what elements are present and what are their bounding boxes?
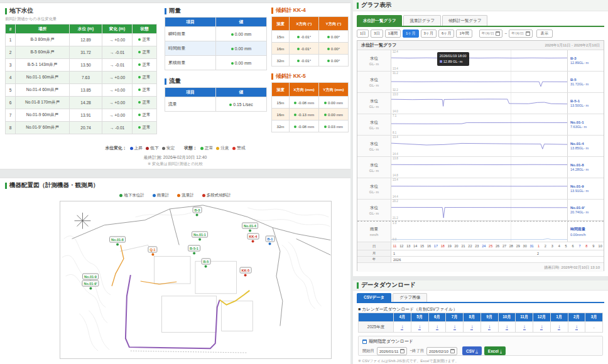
stable-dot-icon [162,147,165,150]
sparkline-plot[interactable]: 7.18.1 [391,114,567,135]
row-number: 3 [6,59,16,72]
status-dot-icon [177,194,180,197]
download-end-date-input[interactable]: 2026/02/10 [426,347,457,355]
map-marker-No.01-9'[interactable]: No.01-9' [82,281,99,290]
chart-tooltip: 2026/01/19 18:0012.89 GL- m [437,52,469,66]
show-button[interactable]: 表示 [536,29,553,38]
sparkline-plot[interactable]: 31.232.2 [391,72,567,92]
rain-title: 雨量 [169,7,181,15]
series-cell: 時間雨量0.00mm/h [567,222,604,242]
groundwater-row[interactable]: 8No.01-9' 60m井戸20.74→ -0.01正常 [6,122,157,134]
month-tick: 2 [535,252,604,255]
sparkline-plot[interactable]: 13.414.4 [391,136,567,156]
period-button-3[interactable]: 1週間 [385,29,401,38]
groundwater-row[interactable]: 6No.01-8 170m井戸14.28→ +0.00正常 [6,97,157,109]
status-dot-icon [294,114,296,116]
sparkline [391,50,567,71]
sparkline [391,200,567,220]
download-start-date-input[interactable]: 2026/01/11 [377,347,408,355]
csv-download-button[interactable]: CSV↓ [462,346,482,355]
graph-tab-2[interactable]: 流量計グラフ [403,15,440,26]
sparkline-plot[interactable]: 1.00.0 [391,222,567,242]
month-download-cell: ↓ [498,322,516,333]
graph-tab-3[interactable]: 傾斜計一覧グラフ [442,15,487,26]
graph-tab-1[interactable]: 水位計一覧グラフ [357,15,402,26]
groundwater-row[interactable]: 3B-5-1 143m井戸13.50→ -0.01正常 [6,59,157,72]
equipment-map-panel: 機器配置図（計測機器・観測局） 地下水位計雨量計流量計多段式傾斜計 [0,178,350,364]
period-button-1[interactable]: 1日 [357,29,369,38]
groundwater-row[interactable]: 4No.01-1 60m井戸7.63→ +0.00正常 [6,72,157,84]
groundwater-row[interactable]: 5No.01-4 60m井戸13.85→ +0.00正常 [6,84,157,97]
download-icon[interactable]: ↓ [470,324,473,330]
status-dot-icon [138,51,141,53]
groundwater-row[interactable]: 1B-3 80m井戸12.89→ +0.00正常 [6,34,157,46]
period-button-4[interactable]: 1ヶ月 [403,29,418,38]
map-marker-Q-1[interactable]: Q-1 [148,247,157,256]
download-icon[interactable]: ↓ [506,324,508,330]
summary-panel: 地下水位 前回計測値からの水位変化量 #場所水位 (m)変化 (m)状態 1B-… [0,3,350,169]
groundwater-row[interactable]: 2B-5 60m井戸31.72→ -0.01正常 [6,46,157,59]
row-number: 5 [6,84,16,97]
graph-controls: 1日3日1週間1ヶ月3ヶ月6ヶ月1年間 年/月/日 ~ 年/月/日 表示 [357,29,604,38]
period-button-7[interactable]: 1年間 [456,29,472,38]
excel-download-button[interactable]: Excel↓ [484,346,506,355]
map-marker-No.01-8[interactable]: No.01-8 [109,237,126,246]
map-marker-KK-4[interactable]: KK-4 [247,233,259,243]
series-value: 0.00mm/h [570,233,604,237]
groundwater-row[interactable]: 7No.01-9 60m井戸13.91→ +0.00正常 [6,109,157,122]
sparkline-plot[interactable]: 12.413.42026/01/19 18:0012.89 GL- m [391,50,567,71]
download-icon[interactable]: ↓ [558,324,560,330]
download-icon[interactable]: ↓ [540,324,543,330]
fiscal-year-label: 2025年度 [359,322,394,333]
sparkline-plot[interactable]: 13.414.4 [391,178,567,199]
download-icon[interactable]: ↓ [488,324,491,330]
sparkline-plot[interactable]: 13.814.8 [391,157,567,178]
download-icon[interactable]: ↓ [418,324,421,330]
status-dot-icon [324,126,327,128]
status-dot-icon [153,194,156,197]
sparkline-plot[interactable]: 20.221.2 [391,200,567,220]
map-marker-B-1[interactable]: B-1 [266,236,275,245]
map-marker-B-3[interactable]: B-3 [193,207,202,217]
site-plan-map[interactable]: B-3No.01-4KK-4B-1No.01-8No.01-1B-5-1Q-1B… [60,201,332,359]
end-date-input[interactable]: 年/月/日 [509,29,533,38]
download-tab-1[interactable]: CSVデータ [357,293,391,302]
sparkline-plot[interactable]: 13.014.0 [391,93,567,114]
period-button-2[interactable]: 3日 [371,29,383,38]
download-tab-2[interactable]: グラフ画像 [393,293,427,302]
y-tick-top: 7.1 [393,115,396,118]
map-marker-B-5[interactable]: B-5 [202,259,211,268]
series-name: No.01-1 [570,120,604,124]
download-icon[interactable]: ↓ [401,324,403,330]
column-header: Y方向 (°) [319,17,349,31]
marker-dot-icon [116,244,119,246]
rain-row: 時間雨量0.00 mm [165,41,267,56]
map-marker-No.01-4[interactable]: No.01-4 [242,223,258,232]
day-tick: 11 [391,244,398,248]
graph-panel: グラフ表示 水位計一覧グラフ流量計グラフ傾斜計一覧グラフ 1日3日1週間1ヶ月3… [353,0,608,276]
start-date-input[interactable]: 年/月/日 [479,29,503,38]
series-cell: B-531.72GL- m [567,72,604,92]
map-marker-KK-5[interactable]: KK-5 [240,267,252,277]
period-button-6[interactable]: 6ヶ月 [438,29,454,38]
series-cell: No.01-413.85GL- m [567,136,604,156]
download-icon[interactable]: ↓ [436,324,438,330]
download-icon[interactable]: ↓ [575,324,578,330]
item-label: 16m [272,109,290,120]
day-cells: 1112131415161718192021222324252627282930… [391,242,604,250]
end-date-label: ~終了日 [410,348,424,354]
item-value: 0.00 mm [216,56,267,70]
download-icon[interactable]: ↓ [453,324,456,330]
day-tick: 30 [521,244,528,248]
period-button-5[interactable]: 3ヶ月 [421,29,437,38]
column-header: 値 [216,18,267,27]
map-marker-B-5-1[interactable]: B-5-1 [188,245,200,255]
status-dot-icon [324,114,327,116]
map-marker-No.01-1[interactable]: No.01-1 [192,232,208,241]
sparkline [391,114,567,135]
chart-card: 水位計一覧グラフ 2026年1月11日 - 2026年2月10日 水位GL- m… [357,40,604,271]
download-icon[interactable]: ↓ [523,324,526,330]
item-label: 15m [272,31,290,43]
kk4-title-row: 傾斜計 KK-4 [271,7,349,14]
green-title-bar [357,3,359,9]
